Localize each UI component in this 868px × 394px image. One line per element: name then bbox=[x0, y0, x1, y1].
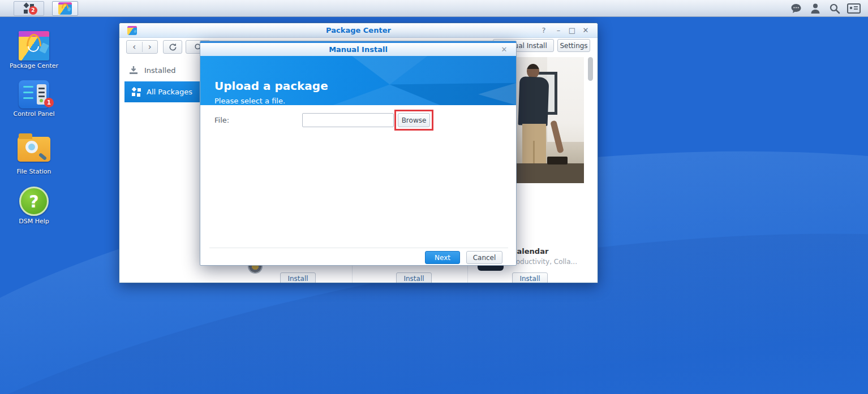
dsm-help-icon: ? bbox=[19, 187, 49, 216]
refresh-icon bbox=[169, 43, 177, 51]
install-button[interactable]: Install bbox=[280, 272, 316, 283]
desktop-icon-control-panel[interactable]: 1 Control Panel bbox=[7, 80, 61, 118]
notifications-button[interactable] bbox=[787, 0, 806, 17]
main-menu-badge: 2 bbox=[29, 6, 37, 15]
sidebar-item-installed[interactable]: Installed bbox=[125, 63, 208, 77]
all-packages-grid-icon bbox=[132, 88, 141, 97]
browse-button[interactable]: Browse bbox=[398, 113, 430, 127]
package-center-icon bbox=[19, 31, 49, 60]
desktop-icon-label: Package Center bbox=[7, 63, 61, 70]
taskbar-right-icons bbox=[787, 0, 863, 17]
window-minimize-button[interactable]: – bbox=[552, 25, 565, 36]
install-button[interactable]: Install bbox=[396, 272, 432, 283]
main-menu-icon: 2 bbox=[24, 3, 34, 14]
desktop-icon-label: DSM Help bbox=[7, 218, 61, 225]
desktop-icon-file-station[interactable]: File Station bbox=[7, 132, 61, 175]
package-center-bag-icon bbox=[58, 2, 72, 15]
scrollbar-thumb[interactable] bbox=[588, 57, 593, 81]
dialog-divider bbox=[209, 248, 508, 248]
settings-button[interactable]: Settings bbox=[557, 39, 590, 52]
dialog-titlebar[interactable]: Manual Install ✕ bbox=[200, 43, 516, 56]
user-icon bbox=[810, 3, 820, 14]
dialog-banner: Upload a package Please select a file. bbox=[200, 56, 516, 105]
sidebar-item-label: Installed bbox=[144, 66, 175, 75]
taskbar: 2 bbox=[0, 0, 868, 17]
widgets-icon bbox=[847, 3, 861, 14]
manual-install-dialog: Manual Install ✕ Upload a package Please… bbox=[200, 41, 517, 266]
search-button[interactable] bbox=[825, 0, 844, 17]
taskbar-package-center-button[interactable] bbox=[52, 1, 78, 16]
cancel-button[interactable]: Cancel bbox=[466, 251, 502, 264]
back-button[interactable]: ‹ bbox=[127, 42, 143, 52]
banner-heading: Upload a package bbox=[214, 79, 328, 93]
window-titlebar[interactable]: Package Center ? – □ ✕ bbox=[119, 23, 598, 38]
desktop-icon-label: Control Panel bbox=[7, 111, 61, 118]
banner-subheading: Please select a file. bbox=[214, 97, 285, 105]
question-mark: ? bbox=[29, 192, 38, 211]
control-panel-badge: 1 bbox=[44, 98, 54, 107]
sidebar-item-label: All Packages bbox=[147, 88, 192, 96]
widgets-button[interactable] bbox=[844, 0, 863, 17]
chat-bubble-icon bbox=[790, 3, 802, 14]
nav-button-group: ‹ › bbox=[126, 40, 158, 54]
desktop-icon-dsm-help[interactable]: ? DSM Help bbox=[7, 187, 61, 225]
window-maximize-button[interactable]: □ bbox=[566, 25, 578, 36]
window-close-button[interactable]: ✕ bbox=[579, 25, 592, 36]
desktop-icon-label: File Station bbox=[7, 168, 61, 175]
file-station-icon bbox=[18, 137, 50, 162]
next-button[interactable]: Next bbox=[425, 251, 460, 264]
window-help-button[interactable]: ? bbox=[538, 25, 550, 36]
dialog-title: Manual Install bbox=[200, 45, 516, 54]
install-button[interactable]: Install bbox=[512, 272, 548, 283]
sidebar-item-all-packages[interactable]: All Packages bbox=[124, 81, 208, 102]
forward-button[interactable]: › bbox=[143, 42, 158, 52]
refresh-button[interactable] bbox=[163, 40, 182, 54]
featured-package-photo bbox=[514, 57, 584, 183]
search-icon bbox=[829, 3, 840, 14]
main-menu-button[interactable]: 2 bbox=[14, 1, 44, 16]
package-category: Productivity, Colla... bbox=[509, 258, 577, 266]
dialog-close-button[interactable]: ✕ bbox=[499, 45, 509, 55]
installed-download-icon bbox=[128, 66, 139, 75]
file-field-label: File: bbox=[214, 116, 229, 124]
package-name: Calendar bbox=[512, 247, 548, 256]
window-title: Package Center bbox=[119, 26, 598, 34]
desktop-icon-package-center[interactable]: Package Center bbox=[7, 31, 61, 70]
user-menu-button[interactable] bbox=[806, 0, 825, 17]
file-path-input[interactable] bbox=[302, 113, 394, 127]
